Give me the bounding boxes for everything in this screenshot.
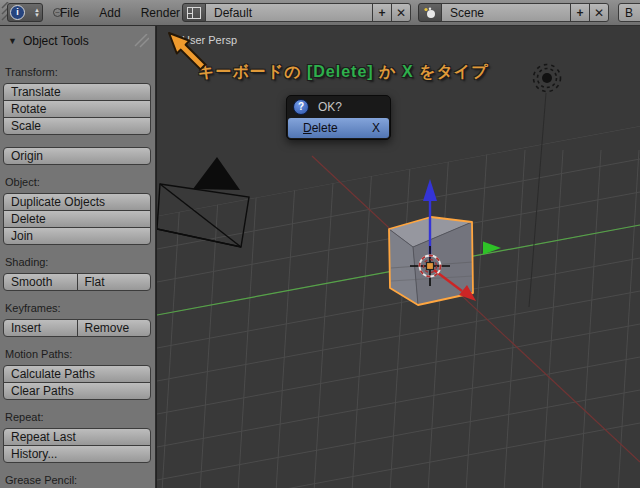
tool-button-history[interactable]: History... [3,445,151,463]
viewport-canvas[interactable] [157,26,640,488]
annotation-part-4: をタイプ [414,63,489,80]
tool-button-insert[interactable]: Insert [3,319,78,337]
question-icon: ? [293,99,309,115]
screen-layout-name-field[interactable]: Default [205,3,373,22]
tool-button-duplicate-objects[interactable]: Duplicate Objects [3,193,151,211]
3d-viewport[interactable]: User Persp キーボードの [Delete] か X をタイプ ? OK… [157,26,640,488]
panel-drag-grip-icon[interactable] [131,34,149,48]
button-group: TranslateRotateScale [3,83,151,135]
tool-button-origin[interactable]: Origin [3,147,151,165]
tool-button-calculate-paths[interactable]: Calculate Paths [3,365,151,383]
screen-layout-icon[interactable] [182,3,206,22]
section-label-shading: Shading: [5,256,155,268]
mouse-cursor-arrow-icon [157,26,217,86]
shortcut-key-label: X [372,121,380,135]
annotation-text: キーボードの [Delete] か X をタイプ [198,62,489,83]
hotkey-letter: D [303,121,312,135]
button-group: Duplicate ObjectsDeleteJoin [3,193,151,245]
button-group: Calculate PathsClear Paths [3,365,151,400]
info-header-bar: i ▲▼ − File Add Render Help Default + ✕ … [0,0,640,26]
scene-name-field[interactable]: Scene [441,3,571,22]
tool-button-delete[interactable]: Delete [3,210,151,228]
panel-title: Object Tools [23,34,89,48]
add-layout-button[interactable]: + [372,3,392,22]
section-label-motion-paths: Motion Paths: [5,348,155,360]
button-group: InsertRemove [3,319,151,337]
tool-button-flat[interactable]: Flat [77,273,152,291]
section-label-object: Object: [5,176,155,188]
blender-window: { "header": { "menus": ["File", "Add", "… [0,0,640,488]
popup-title: OK? [318,100,342,114]
tool-button-clear-paths[interactable]: Clear Paths [3,382,151,400]
menu-file[interactable]: File [50,6,89,20]
tool-button-scale[interactable]: Scale [3,117,151,135]
object-tools-panel-header[interactable]: ▼ Object Tools [8,34,149,48]
editor-type-selector[interactable]: i ▲▼ [7,3,43,22]
button-group: Origin [3,147,151,165]
tool-sections: Transform:TranslateRotateScaleOriginObje… [0,66,155,486]
tool-button-repeat-last[interactable]: Repeat Last [3,428,151,446]
delete-menu-item[interactable]: Delete X [288,118,389,138]
tool-button-translate[interactable]: Translate [3,83,151,101]
annotation-part-3: X [402,63,414,80]
info-editor-icon: i [10,5,25,20]
spinner-arrows-icon[interactable]: ▲▼ [34,8,40,18]
object-origin-dot [427,263,434,270]
button-group: Repeat LastHistory... [3,428,151,463]
tool-button-rotate[interactable]: Rotate [3,100,151,118]
button-group: SmoothFlat [3,273,151,291]
annotation-part-2: か [374,63,402,80]
annotation-part-1: [Delete] [307,63,374,80]
confirm-popup: ? OK? Delete X [286,95,391,140]
remove-scene-button[interactable]: ✕ [589,3,609,22]
tool-button-remove[interactable]: Remove [77,319,152,337]
tool-button-smooth[interactable]: Smooth [3,273,78,291]
section-label-repeat: Repeat: [5,411,155,423]
tool-shelf: ▼ Object Tools Transform:TranslateRotate… [0,26,156,488]
menu-add[interactable]: Add [89,6,130,20]
scene-icon[interactable] [418,3,442,22]
remove-layout-button[interactable]: ✕ [391,3,411,22]
section-label-grease-pencil: Grease Pencil: [5,474,155,486]
section-label-keyframes: Keyframes: [5,302,155,314]
collapse-triangle-icon[interactable]: ▼ [8,36,17,46]
menu-item-label: elete [312,121,338,135]
tool-button-join[interactable]: Join [3,227,151,245]
add-scene-button[interactable]: + [570,3,590,22]
version-text: B [618,3,640,22]
popup-header: ? OK? [287,96,390,118]
section-label-transform: Transform: [5,66,155,78]
